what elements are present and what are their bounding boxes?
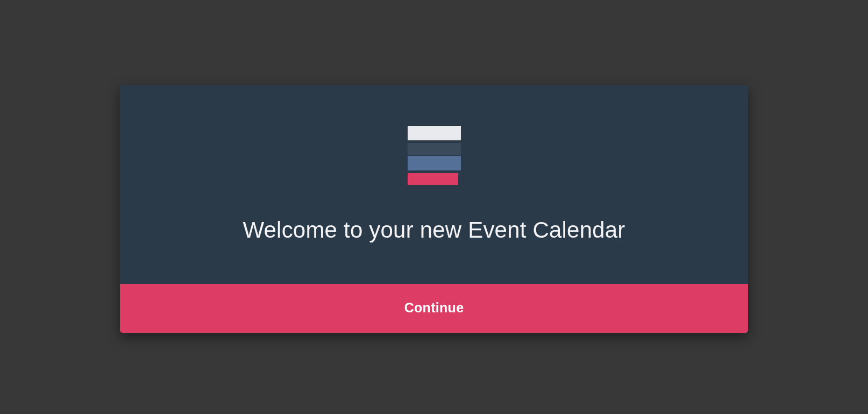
app-logo-icon <box>408 126 461 185</box>
continue-button[interactable]: Continue <box>120 284 748 333</box>
logo-bar-3 <box>408 156 461 170</box>
welcome-card: Welcome to your new Event Calendar Conti… <box>120 85 748 333</box>
logo-bar-1 <box>408 126 461 140</box>
logo-bar-2 <box>408 143 461 155</box>
logo-bar-4 <box>408 173 458 185</box>
welcome-title: Welcome to your new Event Calendar <box>243 217 625 243</box>
card-body: Welcome to your new Event Calendar <box>120 85 748 284</box>
